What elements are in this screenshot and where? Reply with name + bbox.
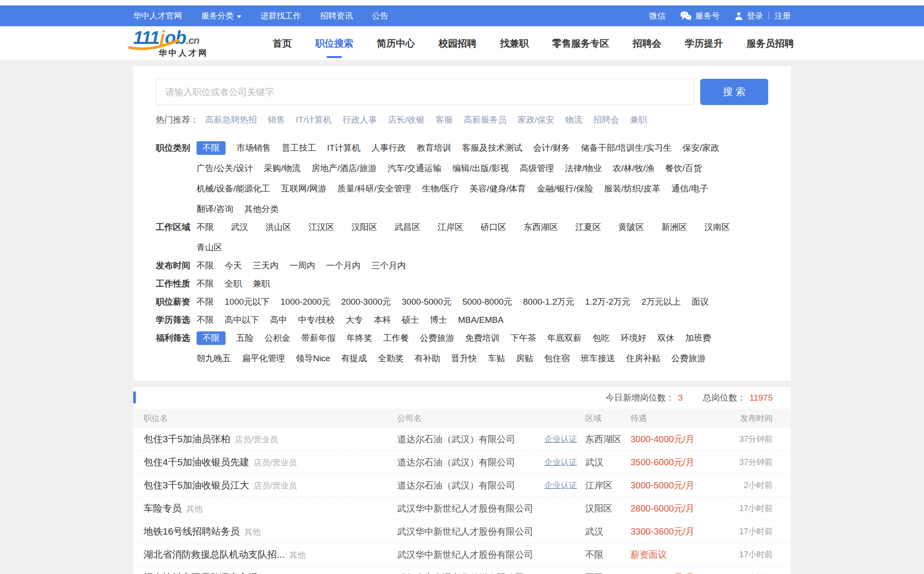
- filter-option[interactable]: 公积金: [265, 331, 290, 345]
- filter-option[interactable]: 编辑/出版/影视: [452, 162, 509, 175]
- filter-option[interactable]: 武汉: [231, 220, 248, 234]
- job-row[interactable]: 车险专员其他武汉华中新世纪人才股份有限公司汉阳区2800-6000元/月17小时…: [133, 497, 791, 520]
- filter-option[interactable]: 3000-5000元: [402, 295, 452, 309]
- job-row[interactable]: 湖北省消防救援总队机动支队招...其他武汉华中新世纪人才股份有限公司不限薪资面议…: [133, 543, 791, 566]
- filter-option[interactable]: 普工技工: [282, 141, 316, 155]
- filter-option[interactable]: 5000-8000元: [462, 295, 512, 309]
- filter-option[interactable]: 包吃: [592, 331, 610, 345]
- filter-option[interactable]: 东西湖区: [524, 220, 558, 234]
- nav-item-校园招聘[interactable]: 校园招聘: [438, 34, 476, 53]
- filter-option[interactable]: 新洲区: [661, 220, 687, 234]
- nav-item-职位搜索[interactable]: 职位搜索: [315, 34, 353, 53]
- hot-link-店长/收银[interactable]: 店长/收银: [388, 114, 424, 126]
- job-row[interactable]: 招本地抖音不露脸语音主播其他成都水音木语文化传媒有限公司不限4000-8000元…: [133, 566, 791, 574]
- filter-option[interactable]: 年底双薪: [547, 331, 582, 345]
- filter-option[interactable]: 晋升快: [451, 352, 477, 365]
- nav-item-服务员招聘[interactable]: 服务员招聘: [746, 34, 794, 53]
- filter-option[interactable]: 环境好: [621, 331, 646, 345]
- filter-option[interactable]: 不限: [197, 141, 226, 155]
- site-logo[interactable]: 111job.cn 华中人才网: [133, 29, 219, 58]
- job-title[interactable]: 地铁16号线招聘站务员: [144, 526, 240, 536]
- filter-option[interactable]: 三个月内: [371, 259, 406, 273]
- hot-link-家政/保安[interactable]: 家政/保安: [517, 114, 554, 126]
- filter-option[interactable]: 免费培训: [465, 331, 500, 345]
- nav-item-招聘会[interactable]: 招聘会: [633, 34, 661, 53]
- filter-option[interactable]: 人事行政: [371, 141, 406, 155]
- filter-option[interactable]: 兼职: [253, 277, 270, 291]
- filter-option[interactable]: 市场销售: [236, 141, 271, 155]
- nav-item-首页[interactable]: 首页: [273, 34, 292, 53]
- job-row[interactable]: 包住3千5加油员张柏店员/营业员道达尔石油（武汉）有限公司企业认证东西湖区300…: [133, 428, 791, 451]
- hot-link-销售[interactable]: 销售: [268, 114, 285, 126]
- filter-option[interactable]: 1.2万-2万元: [585, 295, 630, 309]
- filter-option[interactable]: 不限: [197, 295, 214, 309]
- register-link[interactable]: 注册: [775, 10, 791, 21]
- filter-option[interactable]: 2万元以上: [641, 295, 681, 309]
- hot-link-高薪服务员[interactable]: 高薪服务员: [463, 114, 506, 126]
- hot-link-IT/计算机[interactable]: IT/计算机: [296, 114, 332, 126]
- filter-option[interactable]: 双休: [657, 331, 674, 345]
- filter-option[interactable]: 洪山区: [265, 220, 291, 234]
- filter-option[interactable]: 不限: [197, 277, 214, 291]
- filter-option[interactable]: 通信/电子: [671, 182, 708, 196]
- filter-option[interactable]: 其他分类: [244, 202, 279, 216]
- filter-option[interactable]: 质量/科研/安全管理: [337, 182, 411, 196]
- job-company[interactable]: 武汉华中新世纪人才股份有限公司: [397, 502, 544, 515]
- filter-option[interactable]: 黄陂区: [618, 220, 644, 234]
- filter-option[interactable]: 高级管理: [520, 162, 554, 175]
- filter-option[interactable]: 汉南区: [704, 220, 730, 234]
- filter-option[interactable]: 有提成: [341, 352, 367, 365]
- job-row[interactable]: 地铁16号线招聘站务员其他武汉华中新世纪人才股份有限公司武汉3300-3600元…: [133, 520, 791, 543]
- filter-option[interactable]: 农/林/牧/渔: [613, 162, 654, 175]
- filter-option[interactable]: 硕士: [402, 313, 419, 327]
- filter-option[interactable]: 中专/技校: [298, 313, 335, 327]
- filter-option[interactable]: 江夏区: [575, 220, 601, 234]
- filter-option[interactable]: 机械/设备/能源化工: [197, 182, 270, 196]
- company-cert-badge[interactable]: 企业认证: [544, 480, 585, 491]
- topbar-item-service-account[interactable]: 服务号: [680, 10, 720, 21]
- filter-option[interactable]: 下午茶: [510, 331, 536, 345]
- topbar-item-公告[interactable]: 公告: [372, 10, 388, 21]
- nav-item-找兼职[interactable]: 找兼职: [500, 34, 529, 53]
- filter-option[interactable]: 1000元以下: [225, 295, 270, 309]
- nav-item-简历中心[interactable]: 简历中心: [377, 34, 415, 53]
- filter-option[interactable]: 高中以下: [225, 313, 259, 327]
- filter-option[interactable]: 采购/物流: [264, 162, 301, 175]
- filter-option[interactable]: 翻译/咨询: [197, 202, 233, 216]
- filter-option[interactable]: 包住宿: [544, 352, 570, 365]
- filter-option[interactable]: 汉阳区: [351, 220, 377, 234]
- filter-option[interactable]: 不限: [197, 313, 214, 327]
- filter-option[interactable]: 全勤奖: [378, 352, 404, 365]
- filter-option[interactable]: 硚口区: [481, 220, 506, 234]
- job-row[interactable]: 包住3千5加油收银员江大店员/营业员道达尔石油（武汉）有限公司企业认证江岸区30…: [133, 474, 791, 497]
- filter-option[interactable]: 今天: [225, 259, 242, 273]
- filter-option[interactable]: 公费旅游: [671, 352, 706, 365]
- hot-link-行政人事[interactable]: 行政人事: [342, 114, 377, 126]
- filter-option[interactable]: 不限: [197, 331, 226, 345]
- filter-option[interactable]: 餐饮/百货: [665, 162, 702, 175]
- filter-option[interactable]: 有补助: [414, 352, 440, 365]
- topbar-item-进群找工作[interactable]: 进群找工作: [260, 10, 301, 21]
- search-input[interactable]: [156, 79, 694, 105]
- filter-option[interactable]: 高中: [270, 313, 287, 327]
- hot-link-客服[interactable]: 客服: [435, 114, 452, 126]
- job-title[interactable]: 湖北省消防救援总队机动支队招...: [144, 549, 285, 560]
- filter-option[interactable]: 会计/财务: [533, 141, 570, 155]
- filter-option[interactable]: 年终奖: [346, 331, 372, 345]
- filter-option[interactable]: 加班费: [685, 331, 711, 345]
- filter-option[interactable]: 带薪年假: [301, 331, 336, 345]
- filter-option[interactable]: 工作餐: [383, 331, 409, 345]
- filter-option[interactable]: 法律/物业: [565, 162, 602, 175]
- filter-option[interactable]: 房贴: [516, 352, 533, 365]
- filter-option[interactable]: 三天内: [253, 259, 279, 273]
- filter-option[interactable]: 面议: [692, 295, 709, 309]
- filter-option[interactable]: 保安/家政: [683, 141, 719, 155]
- hot-link-物流[interactable]: 物流: [565, 114, 582, 126]
- company-cert-badge[interactable]: 企业认证: [544, 457, 585, 468]
- filter-option[interactable]: 大专: [346, 313, 363, 327]
- filter-option[interactable]: 领导Nice: [296, 352, 330, 365]
- filter-option[interactable]: 江岸区: [438, 220, 463, 234]
- job-company[interactable]: 道达尔石油（武汉）有限公司: [397, 433, 544, 445]
- filter-option[interactable]: 客服及技术测试: [462, 141, 522, 155]
- filter-option[interactable]: 班车接送: [581, 352, 615, 365]
